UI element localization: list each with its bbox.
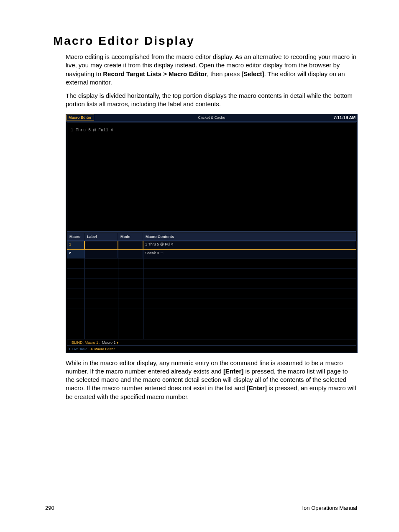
clock-label: 7:11:19 AM [334,115,356,120]
p1-part-c: , then press [207,70,242,77]
bottom-tab-bar: 1. Live Table 4. Macro Editor [66,347,357,353]
table-row[interactable]: 2 Sneak 0 ⊣ [67,250,356,258]
table-row[interactable]: 1 1 Thru 5 @ Ful ◊ [67,241,356,250]
cell-macro-number[interactable]: 2 [67,250,84,258]
cell-macro-number[interactable]: 1 [67,241,84,250]
p1-nav-path: Record Target Lists > Macro Editor [103,70,207,77]
show-name-label: Cricket & Cache [66,115,357,120]
cmd-entry: Macro 1 [102,340,116,345]
p3-enter-key-1: [Enter] [223,368,243,375]
manual-title: Ion Operations Manual [302,505,357,511]
command-line[interactable]: BLIND: Macro 1 : Macro 1 ♦ [67,340,356,346]
p3-enter-key-2: [Enter] [247,384,267,391]
cell-label[interactable] [84,241,118,250]
cell-mode[interactable] [118,250,143,258]
intro-paragraph-1: Macro editing is accomplished from the m… [66,53,357,87]
cell-label[interactable] [84,250,118,258]
window-tab-macro-editor[interactable]: Macro Editor [66,115,94,120]
macro-editor-screenshot: Macro Editor Cricket & Cache 7:11:19 AM … [66,114,358,353]
cell-contents[interactable]: 1 Thru 5 @ Ful ◊ [143,241,356,250]
col-header-contents[interactable]: Macro Contents [143,233,356,240]
post-paragraph: While in the macro editor display, any n… [66,359,357,401]
page-number: 290 [45,505,54,511]
col-header-macro[interactable]: Macro [67,233,84,240]
title-bar: Macro Editor Cricket & Cache 7:11:19 AM [66,114,357,122]
table-body: 1 1 Thru 5 @ Ful ◊ 2 Sneak 0 ⊣ [67,241,356,339]
macro-list-table: Macro Label Mode Macro Contents 1 1 Thru… [67,233,356,339]
cell-contents[interactable]: Sneak 0 ⊣ [143,250,356,258]
col-header-label[interactable]: Label [84,233,118,240]
tab-macro-editor[interactable]: 4. Macro Editor [91,347,115,351]
cmd-prefix: BLIND: Macro 1 : [72,340,100,345]
cmd-terminator-icon: ♦ [117,340,119,345]
macro-detail-line: 1 Thru 5 @ Full ◊ [71,128,113,133]
table-header-row: Macro Label Mode Macro Contents [67,233,356,241]
page-footer: 290 Ion Operations Manual [45,505,357,511]
col-header-mode[interactable]: Mode [118,233,143,240]
page-heading: Macro Editor Display [53,34,357,48]
cell-mode[interactable] [118,241,143,250]
p1-select-key: [Select] [241,70,264,77]
intro-paragraph-2: The display is divided horizontally, the… [66,92,357,109]
macro-detail-pane: 1 Thru 5 @ Full ◊ [67,123,356,232]
tab-live-table[interactable]: 1. Live Table [69,347,87,351]
empty-rows-area [67,258,356,339]
